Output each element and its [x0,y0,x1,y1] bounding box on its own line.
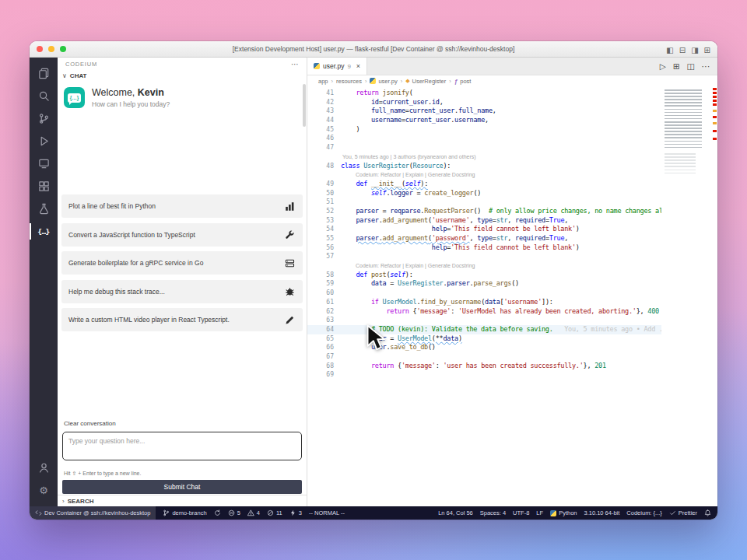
activity-explorer-button[interactable] [30,62,58,85]
code-line[interactable]: 54 help='This field cannot be left blank… [307,225,661,234]
code-line[interactable]: 41 return jsonify( [307,89,661,98]
layout-sidebar-right-icon[interactable]: ◨ [691,42,698,56]
code-line[interactable]: 47 [307,143,661,152]
git-branch[interactable]: demo-branch [163,509,206,516]
code-line[interactable]: 46 [307,134,661,143]
code-line[interactable]: 67 [307,352,661,362]
code-line[interactable]: 50 self.logger = create_logger() [307,189,661,198]
python-interpreter[interactable]: 3.10.10 64-bit [584,509,619,516]
activity-account-button[interactable] [30,457,58,479]
cursor-position[interactable]: Ln 64, Col 56 [438,509,473,516]
chat-section-header[interactable]: ∨ CHAT [58,70,307,82]
encoding[interactable]: UTF-8 [513,509,529,516]
tab-close-icon[interactable]: × [356,62,360,70]
more-actions-icon[interactable]: ⋯ [291,60,299,68]
code-line[interactable]: 61 if UserModel.find_by_username(data['u… [307,298,661,307]
git-sync[interactable] [214,509,221,516]
lens-line[interactable]: Codeium: Refactor | Explain | Generate D… [307,170,661,180]
blame-line[interactable]: You, 5 minutes ago | 3 authors (bryanear… [307,152,661,162]
code-line[interactable]: 66 user.save_to_db() [307,343,661,352]
lens-line[interactable]: Codeium: Refactor | Explain | Generate D… [307,261,661,271]
code-line[interactable]: 58 def post(self): [307,271,661,280]
code-line[interactable]: 63 [307,316,661,325]
suggestion-card[interactable]: Write a custom HTML video player in Reac… [61,308,303,331]
remote-indicator[interactable]: Dev Container @ ssh://kevinhou-desktop [30,506,156,520]
code-line[interactable]: 68 return {'message': 'user has been cre… [307,362,661,371]
more-button[interactable]: ⋯ [702,62,710,71]
line-number: 56 [307,243,341,253]
zoom-button[interactable] [60,46,66,52]
code-line[interactable]: 45 ) [307,125,661,135]
chat-input[interactable] [62,432,302,460]
titlebar[interactable]: [Extension Development Host] user.py — f… [30,41,717,58]
code-line[interactable]: 55 parser.add_argument('password', type=… [307,234,661,243]
language-mode[interactable]: Python [550,509,577,516]
submit-chat-button[interactable]: Submit Chat [62,480,302,494]
line-number: 61 [307,298,341,307]
code-line[interactable]: 60 [307,289,661,298]
prettier[interactable]: Prettier [669,509,697,516]
layout-panel-icon[interactable]: ⊟ [679,42,686,56]
eol[interactable]: LF [536,509,543,516]
activity-search-button[interactable] [30,85,58,107]
tab-user-py[interactable]: user.py 9 × [307,58,367,75]
suggestion-card[interactable]: Help me debug this stack trace... [61,280,303,303]
breadcrumb-item[interactable]: resources [336,78,362,85]
indentation[interactable]: Spaces: 4 [480,509,506,516]
activity-settings-button[interactable]: ⚙ [30,479,58,502]
code-line[interactable]: 65 user = UserModel(**data) [307,334,661,344]
layout-grid-icon[interactable]: ⊞ [704,42,710,56]
code-line[interactable]: 64 # TODO (kevin): Validate the data bef… [307,325,661,334]
suggestion-card[interactable]: Plot a line of best fit in Python [61,194,303,218]
code-line[interactable]: 56 help='This field cannot be left blank… [307,243,661,253]
code-line[interactable]: 57 [307,252,661,261]
split-editor-button[interactable]: ◫ [687,62,695,71]
code-line[interactable]: 48class UserRegister(Resource): [307,162,661,171]
suggestion-card[interactable]: Generate boilerplate for a gRPC service … [61,251,303,275]
codeium-status[interactable]: Codeium: {...} [626,509,661,516]
activity-remote-explorer-button[interactable] [30,152,58,175]
notifications[interactable] [704,509,711,516]
suggestion-card[interactable]: Convert a JavaScript function to TypeScr… [61,223,303,247]
code-line[interactable]: 59 data = UserRegister.parser.parse_args… [307,279,661,289]
code-line[interactable]: 42 id=current_user.id, [307,98,661,107]
sidebar-panel-header: CODEIUM ⋯ [58,58,307,70]
activity-extensions-button[interactable] [30,175,58,198]
minimap[interactable] [661,86,717,506]
breadcrumb-item[interactable]: app [318,78,328,85]
codelens-text[interactable]: Codeium: Refactor | Explain | Generate D… [341,170,475,180]
code-line[interactable]: 69 [307,370,661,380]
problems-info[interactable]: 11 [267,509,282,516]
editor-group: user.py 9 × ▷⊞◫⋯ app›resources›user.py›◆… [307,58,717,506]
problems-errors[interactable]: 5 [228,509,240,516]
code-line[interactable]: 53 parser.add_argument('username', type=… [307,216,661,226]
code-line[interactable]: 44 username=current_user.username, [307,116,661,125]
codelens-text[interactable]: Codeium: Refactor | Explain | Generate D… [341,261,475,271]
breadcrumb-separator: › [449,78,451,85]
code-line[interactable]: 51 [307,198,661,207]
code-line[interactable]: 43 full_name=current_user.full_name, [307,107,661,116]
run-button[interactable]: ▷ [660,62,666,71]
layout-grid-button[interactable]: ⊞ [673,62,680,71]
code-line[interactable]: 52 parser = reqparse.RequestParser() # o… [307,207,661,216]
search-section-header[interactable]: › SEARCH [58,495,307,506]
sidebar-scrollbar[interactable] [303,84,306,127]
code-line[interactable]: 49 def __init__(self): [307,180,661,189]
vim-mode[interactable]: -- NORMAL -- [309,509,345,516]
breadcrumb-item[interactable]: ƒpost [454,78,472,85]
layout-sidebar-left-icon[interactable]: ◧ [666,42,673,56]
activity-debug-button[interactable] [30,130,58,152]
activity-testing-button[interactable] [30,198,58,220]
forwarded-ports[interactable]: 3 [289,509,302,516]
minimize-button[interactable] [48,46,54,52]
line-number: 53 [307,216,341,226]
status-label: LF [536,509,543,516]
breadcrumb-item[interactable]: user.py [370,78,397,85]
problems-warnings[interactable]: 4 [247,509,260,516]
close-button[interactable] [37,46,43,52]
activity-source-control-button[interactable] [30,107,58,130]
clear-conversation-link[interactable]: Clear conversation [64,420,116,427]
breadcrumb-item[interactable]: ◆UserRegister [405,78,446,85]
code-line[interactable]: 62 return {'message': 'UserModel has alr… [307,307,661,317]
activity-codeium-button[interactable]: {…} [30,220,58,243]
